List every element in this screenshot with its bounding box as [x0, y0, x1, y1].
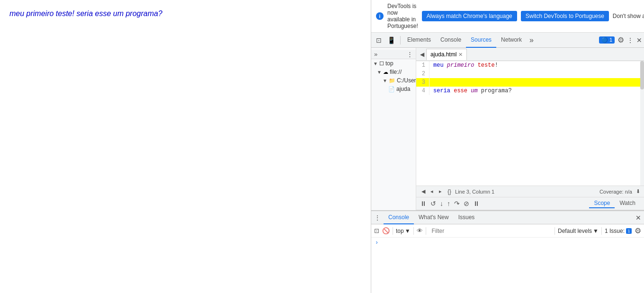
step-into-icon[interactable]: ↓: [440, 200, 443, 207]
switch-devtools-button[interactable]: Switch DevTools to Portuguese: [521, 11, 609, 21]
tree-item-cuser[interactable]: ▼ 📁 C:/User: [371, 76, 416, 85]
line-number-3: 3: [416, 78, 429, 87]
info-icon: i: [376, 12, 384, 20]
console-prompt: ›: [375, 240, 640, 246]
step-out-icon[interactable]: ↑: [447, 200, 450, 207]
close-devtools-icon[interactable]: ✕: [636, 36, 642, 44]
issue-badge[interactable]: 🔵 1: [599, 36, 615, 44]
console-menu-icon[interactable]: ⋮: [374, 214, 381, 222]
tree-label-top: top: [385, 60, 394, 67]
tree-icon-folder: 📁: [389, 78, 395, 84]
console-tabs: ⋮ Console What's New Issues ✕: [371, 211, 644, 224]
line-content-3: [429, 78, 433, 87]
tree-arrow-cuser: ▼: [383, 78, 387, 83]
tab-console[interactable]: Console: [436, 33, 466, 48]
tree-icon-top: ☐: [379, 61, 384, 67]
vertical-scrollbar[interactable]: [640, 61, 644, 186]
tree-item-top[interactable]: ▼ ☐ top: [371, 59, 416, 68]
more-options-icon[interactable]: ⋮: [627, 36, 634, 44]
coverage-icon[interactable]: ⬇: [636, 188, 640, 195]
tab-issues[interactable]: Issues: [454, 211, 480, 224]
code-editor[interactable]: 1 meu primeiro teste! 2 3 4 seria esse u…: [416, 61, 644, 186]
filter-icon[interactable]: 🚫: [382, 227, 390, 234]
devtools-tabs: ⊡ 📱 Elements Console Sources Network » 🔵…: [371, 33, 644, 48]
clear-console-icon[interactable]: ⊡: [374, 227, 379, 234]
tree-item-ajuda[interactable]: 📄 ajuda: [371, 85, 416, 93]
code-tab-close-icon[interactable]: ✕: [458, 52, 463, 58]
notification-bar: i DevTools is now available in Portugues…: [371, 0, 644, 33]
toolbar-separator-4: [555, 227, 555, 235]
code-tab-ajuda[interactable]: ajuda.html ✕: [426, 49, 467, 60]
line-content-4: seria esse um programa?: [429, 87, 512, 95]
tree-icon-file-html: 📄: [388, 86, 395, 92]
tab-sources[interactable]: Sources: [466, 33, 496, 48]
step-over-icon[interactable]: ↺: [430, 200, 436, 207]
code-area: ◀ ajuda.html ✕ 1 meu primeiro teste! 2 3: [416, 48, 644, 210]
issue-dot-icon: 1: [626, 228, 632, 234]
tree-icon-file: ☁: [383, 69, 388, 75]
console-body[interactable]: ›: [371, 238, 644, 293]
inspect-element-icon[interactable]: ⊡: [373, 36, 385, 44]
settings-icon[interactable]: ⚙: [617, 36, 624, 44]
code-tabs: ◀ ajuda.html ✕: [416, 48, 644, 61]
step-icon[interactable]: ↷: [454, 200, 460, 207]
pause-on-exceptions-icon[interactable]: ⏸: [473, 200, 480, 207]
context-arrow-icon: ▼: [405, 228, 411, 234]
tab-arrow-left-icon[interactable]: ◀: [418, 51, 426, 58]
console-arrow-icon: ›: [375, 240, 378, 246]
code-tab-label: ajuda.html: [430, 51, 456, 58]
tab-console-bottom[interactable]: Console: [384, 211, 414, 224]
tab-elements[interactable]: Elements: [402, 33, 436, 48]
debug-scope-tabs: Scope Watch: [589, 199, 640, 208]
more-tabs-icon[interactable]: »: [527, 36, 537, 44]
scroll-left-icon[interactable]: ◂: [429, 188, 435, 195]
file-tree: » ⋮ ▼ ☐ top ▼ ☁ file:// ▼ 📁 C:/User 📄 aj…: [371, 48, 416, 210]
line-number-4: 4: [416, 87, 429, 95]
console-settings-icon[interactable]: ⚙: [635, 226, 641, 235]
status-bar-right: Coverage: n/a ⬇: [599, 188, 640, 195]
pause-icon[interactable]: ⏸: [420, 200, 427, 207]
console-issue-badge[interactable]: 1 Issue: 1: [605, 228, 632, 234]
console-context-selector[interactable]: top ▼: [396, 228, 411, 234]
code-line-1: 1 meu primeiro teste!: [416, 61, 644, 70]
sources-main: » ⋮ ▼ ☐ top ▼ ☁ file:// ▼ 📁 C:/User 📄 aj…: [371, 48, 644, 210]
panel-btn-icon[interactable]: ◀: [420, 188, 427, 195]
file-tree-menu-icon[interactable]: ⋮: [407, 51, 413, 58]
braces-icon[interactable]: {}: [447, 188, 451, 195]
eye-icon[interactable]: 👁: [417, 227, 423, 234]
dont-show-button[interactable]: Don't show again: [613, 13, 644, 19]
deactivate-breakpoints-icon[interactable]: ⊘: [464, 200, 469, 207]
tab-network[interactable]: Network: [496, 33, 527, 48]
always-match-button[interactable]: Always match Chrome's language: [422, 11, 517, 21]
console-filter-input[interactable]: [429, 227, 552, 235]
levels-arrow-icon: ▼: [593, 228, 599, 234]
device-toolbar-icon[interactable]: 📱: [385, 36, 398, 44]
code-line-3: 3: [416, 78, 644, 87]
line-content-2: [429, 70, 433, 78]
line-content-1: meu primeiro teste!: [429, 61, 498, 70]
scrollbar-thumb[interactable]: [640, 61, 644, 89]
panel-left-icon[interactable]: »: [374, 51, 377, 58]
status-bar-left: ◀ ◂ ▸: [420, 188, 444, 195]
code-line-2: 2: [416, 70, 644, 78]
console-close-icon[interactable]: ✕: [635, 214, 641, 222]
scroll-right-icon[interactable]: ▸: [437, 188, 444, 195]
tree-arrow-file: ▼: [377, 70, 382, 75]
tree-item-file[interactable]: ▼ ☁ file://: [371, 68, 416, 76]
console-levels-selector[interactable]: Default levels ▼: [558, 228, 599, 234]
console-toolbar: ⊡ 🚫 top ▼ 👁 Default levels ▼ 1 Issue: 1: [371, 224, 644, 238]
tree-label-ajuda: ajuda: [396, 86, 410, 92]
tree-label-file: file://: [390, 69, 402, 75]
tab-separator: [400, 36, 401, 44]
console-tab-right: ✕: [635, 213, 641, 222]
tab-whats-new[interactable]: What's New: [414, 211, 454, 224]
coverage-label: Coverage: n/a: [599, 189, 632, 195]
page-area: meu primeiro teste! seria esse um progra…: [0, 0, 371, 293]
code-line-4: 4 seria esse um programa?: [416, 87, 644, 95]
tree-arrow-top: ▼: [373, 61, 378, 66]
scope-tab[interactable]: Scope: [589, 199, 615, 208]
toolbar-separator-5: [601, 227, 602, 235]
tree-label-cuser: C:/User: [397, 77, 416, 84]
devtools-tabs-right: 🔵 1 ⚙ ⋮ ✕: [599, 36, 642, 44]
watch-tab[interactable]: Watch: [615, 199, 640, 208]
